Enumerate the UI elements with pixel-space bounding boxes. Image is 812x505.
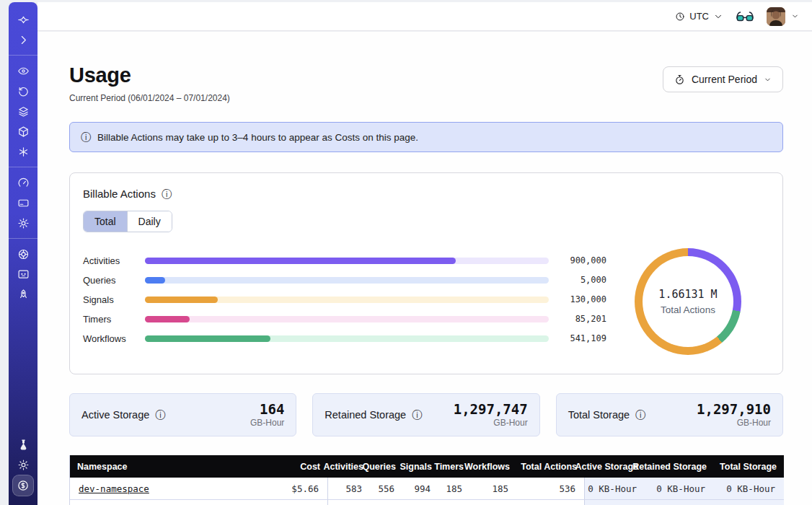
column-header: Retained Storage [645, 455, 714, 478]
total-storage-card: Total Storageⓘ 1,297,910 GB-Hour [556, 393, 783, 436]
cost-cell: 29.32 [250, 500, 327, 505]
page-subtitle: Current Period (06/01/2024 – 07/01/2024) [69, 93, 230, 103]
retained-storage-cell: 0 KB-Hour [645, 500, 714, 505]
timers-cell: 185 [439, 478, 471, 500]
bar-track [145, 277, 549, 284]
info-icon[interactable]: ⓘ [162, 189, 172, 199]
column-header: Total Storage [714, 455, 784, 478]
retained-storage-card: Retained Storageⓘ 1,297,747 GB-Hour [312, 393, 539, 436]
eye-icon[interactable] [13, 62, 33, 79]
page-title: Usage [69, 63, 230, 87]
cost-cell: $5.66 [250, 478, 327, 500]
terminal-screen-icon[interactable] [13, 265, 33, 283]
billing-card-icon[interactable] [13, 194, 33, 211]
lifebuoy-icon[interactable] [13, 245, 33, 263]
bar-value: 130,000 [559, 294, 606, 304]
sidebar-divider [9, 238, 37, 239]
sidebar-divider [9, 167, 37, 167]
layers-icon[interactable] [13, 102, 33, 120]
bar-fill [145, 258, 456, 264]
bar-row-timers: Timers 85,201 [83, 314, 606, 320]
total-actions-donut: 1.66131 M Total Actions [606, 248, 769, 355]
asterisk-icon[interactable] [13, 143, 33, 160]
bar-track [145, 335, 549, 342]
namespace-usage-table: Namespace Cost Activities Queries Signal… [69, 455, 783, 505]
feedback-glasses-icon[interactable] [736, 11, 754, 22]
period-selector-button[interactable]: Current Period [663, 66, 783, 92]
clock-icon [675, 12, 685, 22]
temporal-logo-icon[interactable] [13, 11, 33, 28]
bar-label: Queries [83, 275, 135, 286]
bar-fill [145, 316, 190, 322]
history-icon[interactable] [13, 82, 33, 100]
column-header: Cost [250, 455, 327, 478]
storage-card-unit: GB-Hour [250, 418, 284, 428]
storage-card-unit: GB-Hour [697, 418, 771, 428]
usage-billing-button[interactable] [12, 475, 34, 496]
tab-total[interactable]: Total [84, 211, 127, 232]
storage-card-value: 164 [250, 402, 284, 417]
card-title: Billable Actions [83, 188, 156, 200]
billable-actions-card: Billable Actions ⓘ Total Daily Activitie… [69, 172, 783, 374]
bar-row-workflows: Workflows 541,109 [83, 333, 606, 340]
chevron-down-icon [791, 12, 799, 20]
activities-cell: 583 [327, 478, 371, 500]
sun-icon[interactable] [13, 456, 33, 473]
total-actions-cell: 536 [517, 500, 584, 505]
bar-track [145, 258, 549, 264]
storage-summary-row: Active Storageⓘ 164 GB-Hour Retained Sto… [69, 393, 783, 436]
bar-row-signals: Signals 130,000 [83, 294, 606, 301]
bar-row-activities: Activities 900,000 [83, 255, 606, 262]
sidebar [9, 2, 37, 505]
info-icon[interactable]: ⓘ [155, 410, 165, 420]
bar-track [145, 297, 549, 303]
total-storage-cell: 0 KB-Hour [714, 478, 784, 500]
signals-cell: 826 [403, 500, 439, 505]
account-menu[interactable] [767, 7, 799, 26]
gauge-icon[interactable] [13, 174, 33, 191]
storage-card-unit: GB-Hour [454, 418, 528, 428]
active-storage-card: Active Storageⓘ 164 GB-Hour [69, 393, 296, 436]
timezone-label: UTC [689, 11, 709, 22]
flask-icon[interactable] [13, 436, 33, 453]
bar-label: Signals [83, 294, 135, 305]
bar-fill [145, 277, 165, 284]
sidebar-divider [9, 55, 37, 56]
bar-value: 541,109 [559, 333, 606, 343]
info-banner: ⓘ Billable Actions may take up to 3–4 ho… [69, 122, 783, 152]
tab-daily[interactable]: Daily [127, 211, 172, 232]
gear-icon[interactable] [13, 214, 33, 232]
bar-value: 85,201 [559, 314, 606, 324]
bar-label: Activities [83, 255, 135, 266]
total-storage-cell: 0 KB-Hour [714, 500, 784, 505]
info-icon[interactable]: ⓘ [635, 410, 645, 420]
namespace-cell: dev-namespace [70, 478, 250, 500]
donut-ring: 1.66131 M Total Actions [635, 248, 741, 355]
user-avatar[interactable] [767, 7, 785, 26]
storage-card-label: Active Storage [81, 409, 149, 421]
rocket-icon[interactable] [13, 286, 33, 303]
storage-card-label: Retained Storage [325, 409, 406, 421]
timezone-selector[interactable]: UTC [675, 11, 723, 22]
bar-track [145, 316, 549, 322]
queries-cell: 561 [371, 500, 403, 505]
donut-total-value: 1.66131 M [658, 288, 717, 301]
total-actions-cell: 536 [517, 478, 584, 500]
bar-fill [145, 335, 270, 342]
top-header: UTC [37, 2, 812, 31]
retained-storage-cell: 0 KB-Hour [645, 478, 714, 500]
namespace-link[interactable]: dev-namespace [79, 483, 149, 494]
active-storage-cell: 0 KB-Hour [584, 500, 645, 505]
info-icon[interactable]: ⓘ [412, 410, 422, 420]
storage-card-value: 1,297,747 [454, 402, 528, 417]
column-header: Total Actions [517, 455, 584, 478]
donut-total-label: Total Actions [661, 304, 715, 315]
bar-fill [145, 297, 218, 303]
bar-value: 5,000 [559, 275, 606, 285]
active-storage-cell: 0 KB-Hour [584, 478, 645, 500]
storage-card-label: Total Storage [568, 409, 630, 421]
workflows-cell: 130 [471, 500, 517, 505]
column-header: Namespace [70, 455, 250, 478]
collapse-chevron-icon[interactable] [13, 31, 33, 48]
cube-icon[interactable] [13, 123, 33, 140]
